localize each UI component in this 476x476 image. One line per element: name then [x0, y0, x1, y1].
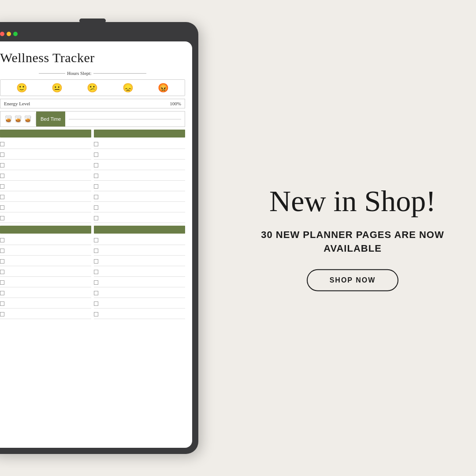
hours-line-left — [39, 73, 65, 74]
energy-row: Energy Level 100% — [0, 99, 185, 108]
green-header-row-1 — [0, 130, 185, 138]
list-item — [0, 246, 91, 256]
checkbox[interactable] — [94, 259, 98, 264]
mood-happy: 🙂 — [16, 82, 27, 93]
checkbox[interactable] — [94, 142, 98, 146]
checkbox[interactable] — [0, 216, 4, 220]
dot-yellow — [7, 32, 11, 36]
checkbox[interactable] — [94, 163, 98, 167]
water-glass-1: 🥃 — [4, 115, 13, 123]
bed-time-input-line — [69, 119, 181, 119]
hours-label: Hours Slept: — [67, 71, 91, 76]
hours-slept-row: Hours Slept: — [0, 71, 185, 76]
mood-sad: 😞 — [123, 82, 134, 93]
tracker-title: Wellness Tracker — [0, 50, 185, 65]
dot-red — [0, 32, 4, 36]
checklist-col-left-2 — [0, 235, 91, 319]
checkbox[interactable] — [0, 301, 4, 306]
checklist-col-right-2 — [94, 235, 185, 319]
energy-value: 100% — [170, 101, 181, 106]
shop-now-button[interactable]: SHOP NOW — [307, 269, 399, 291]
checkbox[interactable] — [0, 249, 4, 253]
green-bar-right-2 — [94, 226, 185, 234]
mood-row: 🙂 😐 😕 😞 😡 — [0, 79, 185, 96]
tablet-device: Wellness Tracker Hours Slept: 🙂 😐 😕 😞 😡 … — [0, 22, 198, 454]
checklist-section-2 — [0, 226, 185, 319]
checkbox[interactable] — [94, 280, 98, 285]
checkbox[interactable] — [0, 280, 4, 285]
checkbox[interactable] — [94, 216, 98, 220]
checkbox[interactable] — [0, 205, 4, 210]
list-item — [94, 182, 185, 191]
checklist-col-right-1 — [94, 139, 185, 223]
list-item — [94, 257, 185, 266]
list-item — [0, 257, 91, 266]
list-item — [0, 235, 91, 245]
list-item — [94, 267, 185, 277]
checkbox[interactable] — [94, 205, 98, 210]
list-item — [0, 139, 91, 149]
bed-time-button[interactable]: Bed Time — [36, 112, 65, 126]
checkbox[interactable] — [0, 174, 4, 178]
green-bar-left-2 — [0, 226, 91, 234]
list-item — [0, 309, 91, 319]
list-item — [94, 288, 185, 298]
checkbox[interactable] — [94, 301, 98, 306]
checkbox[interactable] — [94, 195, 98, 199]
list-item — [0, 160, 91, 170]
list-item — [94, 299, 185, 309]
water-glass-2: 🥃 — [14, 115, 22, 123]
checklist-columns-1 — [0, 139, 185, 223]
green-bar-right-1 — [94, 130, 185, 138]
list-item — [94, 309, 185, 319]
checkbox[interactable] — [94, 291, 98, 295]
mood-neutral: 😐 — [52, 82, 63, 93]
checkbox[interactable] — [0, 259, 4, 264]
checkbox[interactable] — [94, 238, 98, 242]
list-item — [94, 160, 185, 170]
tablet-screen: Wellness Tracker Hours Slept: 🙂 😐 😕 😞 😡 … — [0, 41, 192, 448]
checklist-col-left-1 — [0, 139, 91, 223]
camera-bar — [79, 19, 106, 23]
list-item — [0, 288, 91, 298]
list-item — [0, 299, 91, 309]
list-item — [94, 235, 185, 245]
list-item — [94, 150, 185, 160]
checklist-columns-2 — [0, 235, 185, 319]
checkbox[interactable] — [0, 238, 4, 242]
hours-value-line — [93, 73, 146, 74]
green-bar-left-1 — [0, 130, 91, 138]
checkbox[interactable] — [94, 174, 98, 178]
mood-angry: 😡 — [158, 82, 169, 93]
checkbox[interactable] — [0, 163, 4, 167]
checkbox[interactable] — [0, 291, 4, 295]
checkbox[interactable] — [0, 142, 4, 146]
tablet-frame: Wellness Tracker Hours Slept: 🙂 😐 😕 😞 😡 … — [0, 22, 198, 454]
checkbox[interactable] — [94, 270, 98, 274]
checkbox[interactable] — [94, 312, 98, 316]
list-item — [94, 192, 185, 202]
checkbox[interactable] — [94, 249, 98, 253]
energy-label: Energy Level — [4, 101, 30, 106]
mood-slightly-sad: 😕 — [87, 82, 98, 93]
water-glass-3: 🥃 — [23, 115, 32, 123]
subtitle-text: 30 NEW PLANNER PAGES ARE NOW AVAILABLE — [256, 228, 450, 256]
checkbox[interactable] — [0, 184, 4, 189]
checkbox[interactable] — [94, 184, 98, 189]
checkbox[interactable] — [0, 312, 4, 316]
checkbox[interactable] — [94, 152, 98, 157]
list-item — [0, 203, 91, 212]
checklist-section-1 — [0, 130, 185, 223]
list-item — [0, 267, 91, 277]
list-item — [94, 246, 185, 256]
list-item — [0, 171, 91, 181]
checkbox[interactable] — [0, 195, 4, 199]
list-item — [0, 182, 91, 191]
list-item — [94, 171, 185, 181]
checkbox[interactable] — [0, 152, 4, 157]
list-item — [0, 150, 91, 160]
list-item — [0, 213, 91, 223]
water-bed-row: 🥃 🥃 🥃 Bed Time — [0, 111, 185, 127]
checkbox[interactable] — [0, 270, 4, 274]
list-item — [94, 278, 185, 287]
